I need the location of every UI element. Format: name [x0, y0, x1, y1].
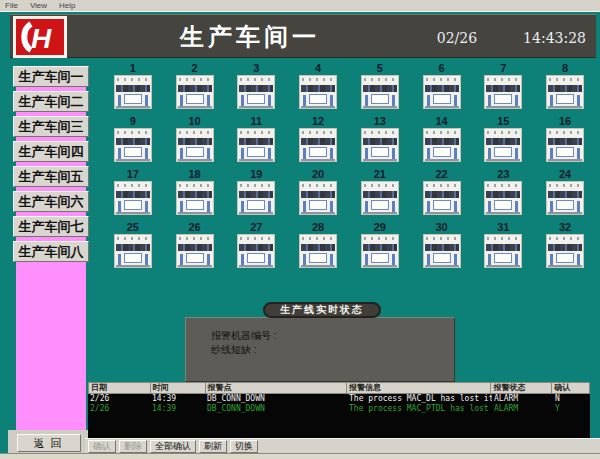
machine-cell[interactable]: 8: [543, 62, 587, 115]
machine-cell[interactable]: 5: [358, 62, 402, 115]
knitting-machine-icon: [484, 181, 522, 215]
cell-info: The process MAC_PTDL has lost its ..: [347, 404, 492, 414]
machine-cell[interactable]: 4: [296, 62, 340, 115]
menu-help[interactable]: Help: [59, 1, 75, 10]
machine-cell[interactable]: 29: [358, 221, 402, 274]
machine-cell[interactable]: 16: [543, 115, 587, 168]
machine-cell[interactable]: 20: [296, 168, 340, 221]
knitting-machine-icon: [299, 128, 337, 162]
machine-cell[interactable]: 13: [358, 115, 402, 168]
machine-number: 32: [543, 221, 587, 233]
sidebar-workshop-button[interactable]: 生产车间五: [13, 166, 89, 187]
switch-button[interactable]: 切换: [230, 440, 258, 453]
machine-cell[interactable]: 19: [234, 168, 278, 221]
sidebar-workshop-button[interactable]: 生产车间一: [13, 66, 89, 87]
machine-number: 6: [420, 62, 464, 74]
machine-cell[interactable]: 14: [420, 115, 464, 168]
cell-date: 2/26: [88, 394, 150, 404]
yarn-shortage-label: 纱线短缺 :: [211, 343, 454, 357]
sidebar: 生产车间一 生产车间二 生产车间三 生产车间四 生产车间五 生产车间六 生产车间…: [13, 66, 89, 262]
sidebar-workshop-button[interactable]: 生产车间六: [13, 191, 89, 212]
status-bar: [0, 453, 600, 459]
knitting-machine-icon: [423, 234, 461, 268]
col-alarm-info: 报警信息: [347, 383, 491, 393]
machine-cell[interactable]: 7: [481, 62, 525, 115]
machine-number: 19: [234, 168, 278, 180]
knitting-machine-icon: [299, 234, 337, 268]
knitting-machine-icon: [299, 181, 337, 215]
acknowledge-all-button[interactable]: 全部确认: [150, 440, 196, 453]
machine-cell[interactable]: 17: [111, 168, 155, 221]
knitting-machine-icon: [176, 75, 214, 109]
machine-number: 26: [173, 221, 217, 233]
knitting-machine-icon: [114, 181, 152, 215]
knitting-machine-icon: [176, 128, 214, 162]
machine-cell[interactable]: 27: [234, 221, 278, 274]
menu-file[interactable]: File: [5, 1, 18, 10]
knitting-machine-icon: [114, 234, 152, 268]
machine-cell[interactable]: 25: [111, 221, 155, 274]
col-alarm-status: 报警状态: [491, 383, 552, 393]
machine-cell[interactable]: 30: [420, 221, 464, 274]
cell-info: The process MAC_DL has lost its d ..: [347, 394, 492, 404]
sidebar-workshop-button[interactable]: 生产车间二: [13, 91, 89, 112]
col-date: 日期: [89, 383, 151, 393]
machine-cell[interactable]: 3: [234, 62, 278, 115]
menu-view[interactable]: View: [30, 1, 47, 10]
company-logo: H: [13, 16, 67, 58]
knitting-machine-icon: [361, 181, 399, 215]
machine-cell[interactable]: 12: [296, 115, 340, 168]
col-alarm-point: 报警点: [206, 383, 347, 393]
machine-cell[interactable]: 32: [543, 221, 587, 274]
machine-cell[interactable]: 18: [173, 168, 217, 221]
machine-number: 10: [173, 115, 217, 127]
machine-cell[interactable]: 21: [358, 168, 402, 221]
alarm-table-header: 日期 时间 报警点 报警信息 报警状态 确认: [88, 382, 590, 394]
machine-cell[interactable]: 11: [234, 115, 278, 168]
machine-number: 28: [296, 221, 340, 233]
back-button[interactable]: 返回: [17, 434, 81, 452]
knitting-machine-icon: [423, 75, 461, 109]
refresh-button[interactable]: 刷新: [199, 440, 227, 453]
machine-cell[interactable]: 2: [173, 62, 217, 115]
machine-number: 23: [481, 168, 525, 180]
machine-number: 14: [420, 115, 464, 127]
machine-cell[interactable]: 23: [481, 168, 525, 221]
machine-cell[interactable]: 22: [420, 168, 464, 221]
machine-cell[interactable]: 9: [111, 115, 155, 168]
machine-number: 25: [111, 221, 155, 233]
knitting-machine-icon: [237, 181, 275, 215]
machine-number: 31: [481, 221, 525, 233]
app-window: File View Help H 生产车间一 02/26 14:43:28 生产…: [0, 0, 600, 459]
alarm-machine-label: 报警机器编号 :: [211, 329, 454, 343]
alarm-row[interactable]: 2/26 14:39 DB_CONN_DOWN The process MAC_…: [88, 404, 590, 414]
machine-grid: 1 2 3 4: [102, 62, 596, 276]
machine-number: 5: [358, 62, 402, 74]
page-title: 生产车间一: [150, 22, 350, 52]
sidebar-workshop-button[interactable]: 生产车间三: [13, 116, 89, 137]
machine-cell[interactable]: 26: [173, 221, 217, 274]
datetime-display: 02/26 14:43:28: [437, 28, 586, 48]
sidebar-workshop-button[interactable]: 生产车间七: [13, 216, 89, 237]
machine-cell[interactable]: 6: [420, 62, 464, 115]
machine-number: 15: [481, 115, 525, 127]
alarm-toolbar: 确认 删除 全部确认 刷新 切换: [85, 438, 600, 453]
knitting-machine-icon: [114, 75, 152, 109]
alarm-row[interactable]: 2/26 14:39 DB_CONN_DOWN The process MAC_…: [88, 394, 590, 404]
cell-status: ALARM: [492, 404, 553, 414]
sidebar-workshop-button[interactable]: 生产车间八: [13, 241, 89, 262]
sidebar-workshop-button[interactable]: 生产车间四: [13, 141, 89, 162]
machine-cell[interactable]: 1: [111, 62, 155, 115]
machine-number: 3: [234, 62, 278, 74]
cell-status: ALARM: [492, 394, 553, 404]
machine-number: 7: [481, 62, 525, 74]
cell-ack: N: [553, 394, 590, 404]
machine-number: 17: [111, 168, 155, 180]
machine-cell[interactable]: 31: [481, 221, 525, 274]
menu-bar: File View Help: [0, 0, 600, 12]
machine-cell[interactable]: 15: [481, 115, 525, 168]
machine-cell[interactable]: 10: [173, 115, 217, 168]
machine-cell[interactable]: 28: [296, 221, 340, 274]
machine-number: 21: [358, 168, 402, 180]
machine-cell[interactable]: 24: [543, 168, 587, 221]
